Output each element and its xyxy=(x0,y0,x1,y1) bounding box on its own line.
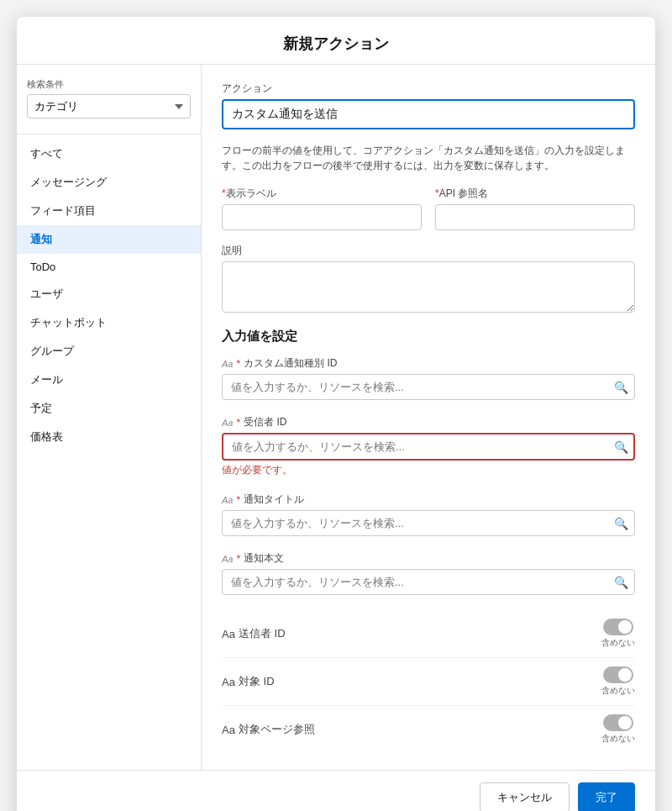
required-mark-1: * xyxy=(236,417,240,429)
toggle-row-1: Aa 対象 ID含めない xyxy=(222,658,635,706)
action-field-group: アクション xyxy=(222,82,635,129)
aa-icon-2: Aa xyxy=(222,495,233,505)
desc-textarea[interactable] xyxy=(222,261,635,313)
aa-icon-3: Aa xyxy=(222,554,233,564)
desc-field-group: 説明 xyxy=(222,244,635,315)
sidebar-item-9[interactable]: 予定 xyxy=(17,394,201,423)
sidebar-item-4[interactable]: ToDo xyxy=(17,254,201,280)
input-value-label-1: Aa*受信者 ID xyxy=(222,415,635,429)
toggle-right-2: 含めない xyxy=(601,714,635,745)
api-ref-col: *API 参照名 xyxy=(435,187,635,230)
search-wrapper-1: 🔍 xyxy=(222,433,635,461)
input-value-label-3: Aa*通知本文 xyxy=(222,551,635,566)
search-field-2[interactable] xyxy=(222,510,635,536)
api-ref-label: *API 参照名 xyxy=(435,187,635,201)
input-value-row-1: Aa*受信者 ID🔍値が必要です。 xyxy=(222,415,635,477)
sidebar-item-1[interactable]: メッセージング xyxy=(17,168,201,197)
new-action-dialog: 新規アクション 検索条件 カテゴリ すべてメッセージングフィード項目通知ToDo… xyxy=(17,17,655,811)
search-wrapper-0: 🔍 xyxy=(222,374,635,400)
description-text: フローの前半の値を使用して、コアアクション「カスタム通知を送信」の入力を設定しま… xyxy=(222,143,635,173)
field-label-text-0: カスタム通知種別 ID xyxy=(244,356,337,371)
toggle-label-0: Aa 送信者 ID xyxy=(222,626,286,641)
field-label-text-2: 通知タイトル xyxy=(244,492,304,507)
toggle-aa-1: Aa xyxy=(222,676,235,688)
toggle-label-text-1: 対象 ID xyxy=(239,674,275,689)
sidebar-item-8[interactable]: メール xyxy=(17,366,201,394)
main-content: アクション フローの前半の値を使用して、コアアクション「カスタム通知を送信」の入… xyxy=(202,65,655,770)
input-value-row-0: Aa*カスタム通知種別 ID🔍 xyxy=(222,356,635,400)
search-field-1[interactable] xyxy=(222,433,635,461)
toggle-label-text-2: 対象ページ参照 xyxy=(239,722,315,737)
toggle-switch-2[interactable] xyxy=(603,714,633,731)
desc-label: 説明 xyxy=(222,244,635,258)
dialog-footer: キャンセル 完了 xyxy=(17,770,655,811)
required-mark-3: * xyxy=(236,553,240,565)
sidebar-item-2[interactable]: フィード項目 xyxy=(17,197,201,225)
search-wrapper-2: 🔍 xyxy=(222,510,635,536)
sidebar-item-7[interactable]: グループ xyxy=(17,337,201,366)
toggle-right-1: 含めない xyxy=(601,666,635,697)
toggle-label-2: Aa 対象ページ参照 xyxy=(222,722,315,737)
section-title: 入力値を設定 xyxy=(222,329,635,345)
cancel-button[interactable]: キャンセル xyxy=(480,782,570,811)
search-field-3[interactable] xyxy=(222,569,635,595)
input-value-label-0: Aa*カスタム通知種別 ID xyxy=(222,356,635,371)
sidebar-list: すべてメッセージングフィード項目通知ToDoユーザチャットボットグループメール予… xyxy=(17,140,201,451)
sidebar-item-10[interactable]: 価格表 xyxy=(17,423,201,451)
field-label-text-3: 通知本文 xyxy=(244,551,284,566)
action-input[interactable] xyxy=(222,99,635,129)
display-label-input[interactable] xyxy=(222,204,422,230)
toggle-label-text-0: 送信者 ID xyxy=(239,626,286,641)
dialog-title: 新規アクション xyxy=(37,34,635,64)
display-label-col: *表示ラベル xyxy=(222,187,422,230)
input-fields-list: Aa*カスタム通知種別 ID🔍Aa*受信者 ID🔍値が必要です。Aa*通知タイト… xyxy=(222,356,635,595)
input-value-label-2: Aa*通知タイトル xyxy=(222,492,635,507)
input-value-row-2: Aa*通知タイトル🔍 xyxy=(222,492,635,536)
toggle-aa-2: Aa xyxy=(222,724,235,736)
search-field-0[interactable] xyxy=(222,374,635,400)
required-mark-2: * xyxy=(236,494,240,506)
toggle-rows-list: Aa 送信者 ID含めないAa 対象 ID含めないAa 対象ページ参照含めない xyxy=(222,610,635,753)
category-select[interactable]: カテゴリ xyxy=(27,94,191,118)
done-button[interactable]: 完了 xyxy=(578,782,635,811)
toggle-sublabel-2: 含めない xyxy=(601,733,635,745)
toggle-row-0: Aa 送信者 ID含めない xyxy=(222,610,635,658)
sidebar-item-5[interactable]: ユーザ xyxy=(17,280,201,308)
search-wrapper-3: 🔍 xyxy=(222,569,635,595)
toggle-switch-1[interactable] xyxy=(603,666,633,683)
field-label-text-1: 受信者 ID xyxy=(244,415,286,429)
action-label: アクション xyxy=(222,82,635,96)
dialog-body: 検索条件 カテゴリ すべてメッセージングフィード項目通知ToDoユーザチャットボ… xyxy=(17,64,655,770)
required-mark-0: * xyxy=(236,358,240,370)
error-message-1: 値が必要です。 xyxy=(222,463,635,477)
toggle-aa-0: Aa xyxy=(222,628,235,640)
search-label: 検索条件 xyxy=(17,78,201,94)
sidebar-item-3[interactable]: 通知 xyxy=(17,225,201,254)
label-api-row: *表示ラベル *API 参照名 xyxy=(222,187,635,230)
sidebar: 検索条件 カテゴリ すべてメッセージングフィード項目通知ToDoユーザチャットボ… xyxy=(17,65,202,770)
api-ref-input[interactable] xyxy=(435,204,635,230)
sidebar-divider xyxy=(17,134,201,134)
toggle-sublabel-1: 含めない xyxy=(601,685,635,697)
aa-icon-1: Aa xyxy=(222,418,233,428)
sidebar-item-6[interactable]: チャットボット xyxy=(17,308,201,337)
aa-icon-0: Aa xyxy=(222,359,233,369)
dialog-header: 新規アクション xyxy=(17,17,655,64)
toggle-label-1: Aa 対象 ID xyxy=(222,674,275,689)
display-label-label: *表示ラベル xyxy=(222,187,422,201)
sidebar-item-0[interactable]: すべて xyxy=(17,140,201,168)
toggle-right-0: 含めない xyxy=(601,619,635,649)
toggle-row-2: Aa 対象ページ参照含めない xyxy=(222,706,635,753)
toggle-sublabel-0: 含めない xyxy=(601,637,635,649)
input-value-row-3: Aa*通知本文🔍 xyxy=(222,551,635,595)
toggle-switch-0[interactable] xyxy=(603,619,633,635)
